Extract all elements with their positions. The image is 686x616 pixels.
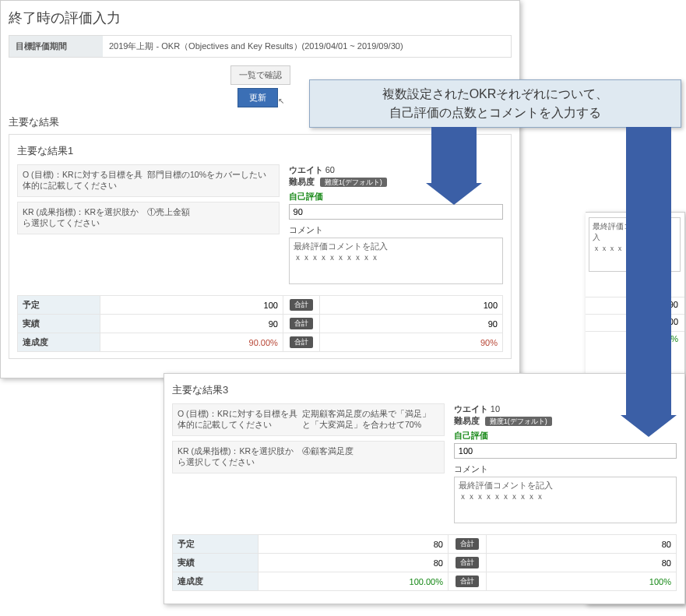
sum-badge: 合計: [290, 299, 313, 311]
kr3-comment-label: コメント: [454, 463, 677, 475]
annotation-arrow-icon: [626, 127, 671, 417]
actual-total: 80: [486, 554, 676, 572]
plan-value: 80: [258, 535, 448, 554]
weight-label: ウエイト: [289, 165, 323, 174]
actual-label: 実績: [18, 315, 100, 333]
page-title: 終了時の評価入力: [9, 9, 512, 27]
kr1-kr-value: ①売上金額: [147, 207, 274, 229]
plan-label: 予定: [18, 296, 100, 315]
annotation-arrow-icon: [431, 127, 477, 185]
difficulty-badge: 難度1(デフォルト): [320, 178, 387, 187]
kr3-kr-value: ④顧客満足度: [302, 446, 439, 468]
difficulty-label: 難易度: [454, 416, 480, 425]
achievement-total: 100%: [486, 572, 676, 591]
update-button[interactable]: 更新: [237, 88, 278, 107]
difficulty-label: 難易度: [289, 177, 315, 186]
kr3-comment-textarea[interactable]: [454, 477, 677, 523]
list-confirm-button[interactable]: 一覧で確認: [230, 65, 290, 85]
kr1-stats-table: 予定 100 合計 100 実績 90 合計 90 達成度 90.00% 合計 …: [17, 295, 503, 352]
sum-badge: 合計: [290, 336, 313, 348]
weight-label: ウエイト: [454, 404, 488, 414]
actual-label: 実績: [173, 554, 259, 572]
sum-badge: 合計: [456, 576, 479, 587]
sum-badge: 合計: [456, 538, 479, 550]
achievement-total: 90%: [319, 333, 502, 352]
sum-badge: 合計: [456, 557, 479, 568]
kr3-kr-label: KR (成果指標)：KRを選択肢から選択してください: [178, 446, 302, 468]
kr1-title: 主要な結果1: [17, 144, 503, 158]
kr1-selfeval-input[interactable]: [289, 204, 503, 220]
plan-value: 100: [100, 296, 283, 315]
kr3-selfeval-input[interactable]: [454, 443, 677, 459]
actual-value: 80: [258, 554, 448, 572]
annotation-callout: 複数設定されたOKRそれぞれについて、 自己評価の点数とコメントを入力する: [309, 79, 681, 128]
weight-value: 60: [325, 165, 335, 174]
plan-total: 100: [319, 296, 502, 315]
difficulty-badge: 難度1(デフォルト): [485, 417, 552, 426]
kr3-objective-value: 定期顧客満足度の結果で「満足」と「大変満足」を合わせて70%: [302, 409, 439, 431]
period-value: 2019年上期 - OKR（Objectives and Key Results…: [103, 36, 511, 57]
kr3-objective-field: O (目標)：KRに対する目標を具体的に記載してください 定期顧客満足度の結果で…: [172, 403, 445, 436]
achievement-value: 90.00%: [100, 333, 283, 352]
period-label: 目標評価期間: [9, 36, 103, 57]
weight-value: 10: [491, 404, 500, 414]
achievement-value: 100.00%: [258, 572, 448, 591]
kr3-title: 主要な結果3: [172, 383, 677, 397]
kr1-comment-textarea[interactable]: [289, 238, 503, 284]
actual-total: 90: [319, 315, 502, 333]
kr1-kr-field: KR (成果指標)：KRを選択肢から選択してください ①売上金額: [17, 202, 280, 234]
plan-total: 80: [486, 535, 676, 554]
kr3-objective-label: O (目標)：KRに対する目標を具体的に記載してください: [178, 409, 302, 431]
actual-value: 90: [100, 315, 283, 333]
cursor-pointer-icon: ↖: [278, 97, 284, 105]
panel-kr3: 主要な結果3 O (目標)：KRに対する目標を具体的に記載してください 定期顧客…: [164, 373, 685, 604]
kr3-kr-field: KR (成果指標)：KRを選択肢から選択してください ④顧客満足度: [172, 441, 445, 473]
plan-label: 予定: [173, 535, 259, 554]
kr1-kr-label: KR (成果指標)：KRを選択肢から選択してください: [23, 207, 147, 229]
kr1-objective-label: O (目標)：KRに対する目標を具体的に記載してください: [23, 170, 147, 192]
period-row: 目標評価期間 2019年上期 - OKR（Objectives and Key …: [9, 35, 512, 58]
achievement-label: 達成度: [18, 333, 100, 352]
kr1-objective-value: 部門目標の10%をカバーしたい: [147, 170, 274, 192]
kr1-comment-label: コメント: [289, 224, 503, 236]
achievement-label: 達成度: [173, 572, 259, 591]
kr1-objective-field: O (目標)：KRに対する目標を具体的に記載してください 部門目標の10%をカバ…: [17, 164, 280, 197]
sum-badge: 合計: [290, 318, 313, 329]
kr3-stats-table: 予定 80 合計 80 実績 80 合計 80 達成度 100.00% 合計 1…: [172, 534, 677, 591]
